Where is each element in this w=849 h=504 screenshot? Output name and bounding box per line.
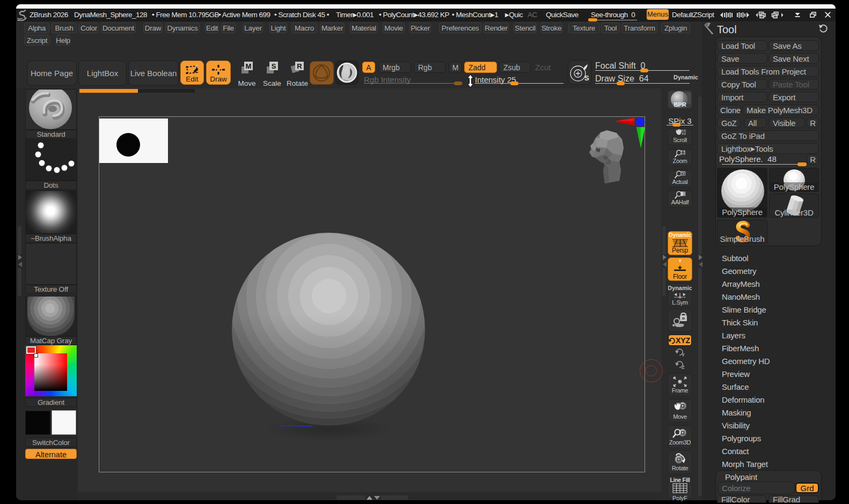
svg-text:Z: Z: [682, 365, 685, 370]
svg-text:Y: Y: [682, 352, 685, 358]
svg-text:M: M: [245, 62, 251, 70]
svg-text:S: S: [271, 62, 276, 70]
svg-text:R: R: [297, 62, 302, 70]
svg-text:S: S: [584, 74, 589, 82]
svg-text:x1: x1: [681, 172, 685, 175]
